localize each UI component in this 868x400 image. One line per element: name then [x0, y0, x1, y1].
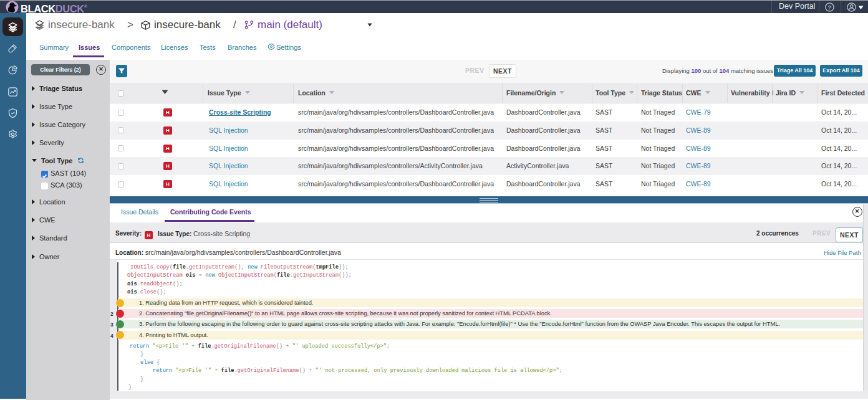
svg-text:?: ?	[828, 4, 832, 11]
